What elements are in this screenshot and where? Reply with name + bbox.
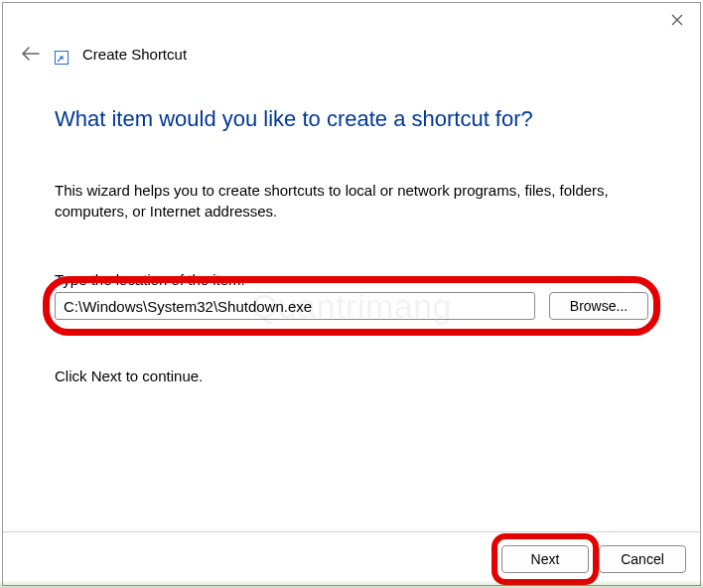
page-title: Create Shortcut <box>82 46 187 63</box>
next-button-wrap: Next <box>501 545 589 573</box>
wizard-description: This wizard helps you to create shortcut… <box>55 180 611 221</box>
location-label: Type the location of the item: <box>55 271 648 288</box>
next-button[interactable]: Next <box>501 545 589 573</box>
wizard-heading: What item would you like to create a sho… <box>55 106 648 132</box>
content: What item would you like to create a sho… <box>3 65 700 531</box>
continue-text: Click Next to continue. <box>55 368 648 384</box>
footer: Next Cancel <box>3 531 700 585</box>
cancel-button[interactable]: Cancel <box>599 545 686 573</box>
location-input[interactable] <box>55 292 535 320</box>
titlebar <box>3 3 700 37</box>
header: Create Shortcut <box>3 37 700 65</box>
create-shortcut-wizard: Create Shortcut What item would you like… <box>2 2 701 586</box>
close-icon[interactable] <box>668 11 686 29</box>
back-arrow-icon[interactable] <box>21 44 41 64</box>
shortcut-icon <box>55 51 69 65</box>
location-row: Browse... <box>55 292 648 320</box>
browse-button[interactable]: Browse... <box>549 292 648 320</box>
